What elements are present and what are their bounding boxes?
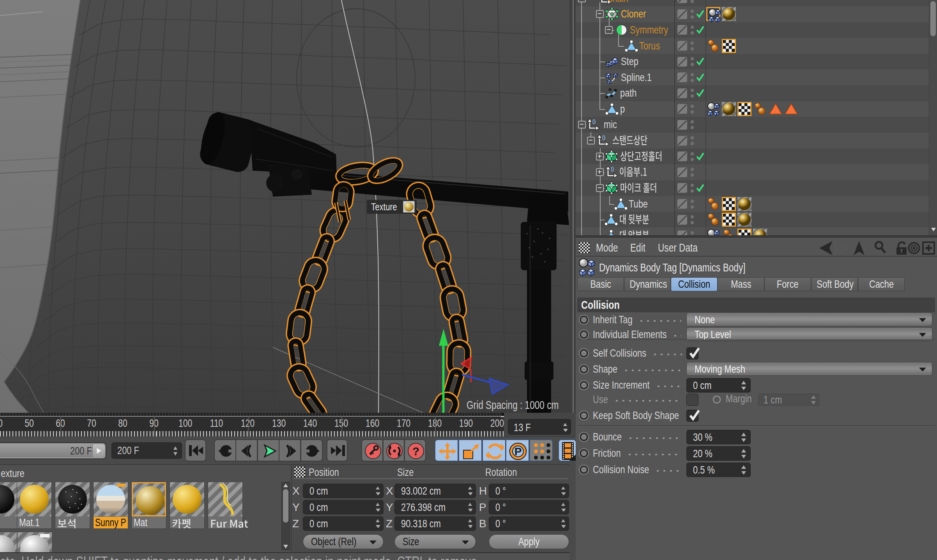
svg-text:0: 0	[611, 166, 614, 173]
svg-text:0: 0	[602, 134, 606, 142]
svg-text:0: 0	[592, 118, 596, 126]
svg-text:?: ?	[412, 445, 419, 458]
svg-text:P: P	[514, 446, 522, 458]
